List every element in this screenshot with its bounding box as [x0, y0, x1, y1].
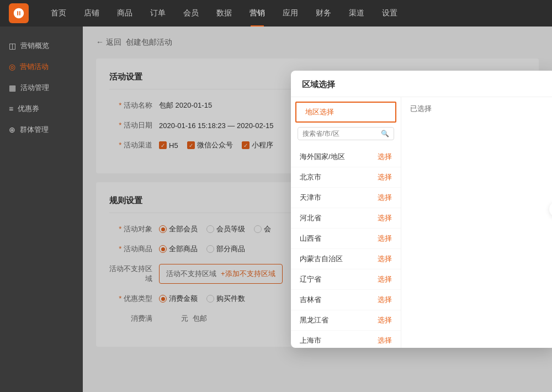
sidebar-label-groups: 群体管理	[20, 125, 49, 135]
region-name: 河北省	[300, 213, 321, 223]
region-list-item: 黑龙江省 选择	[291, 310, 401, 331]
activities-icon: ◎	[9, 62, 15, 71]
nav-products[interactable]: 商品	[108, 0, 141, 27]
nav-marketing[interactable]: 营销	[241, 0, 274, 27]
nav-orders[interactable]: 订单	[141, 0, 174, 27]
nav-home[interactable]: 首页	[42, 0, 75, 27]
selected-label: 已选择	[410, 104, 547, 114]
sidebar-item-activities[interactable]: ◎ 营销活动	[0, 56, 83, 77]
region-tab-select[interactable]: 地区选择	[295, 102, 396, 123]
region-left-panel: 地区选择 🔍 海外国家/地区 选择 北京市 选择 天津市 选择 河北省 选择 山…	[291, 97, 401, 348]
region-select-button[interactable]: 选择	[378, 172, 392, 182]
sidebar-item-overview[interactable]: ◫ 营销概览	[0, 35, 83, 56]
main-content: ← 返回 创建包邮活动 活动设置 活动名称 包邮 2020-01-15 活动日期…	[83, 27, 552, 392]
region-name: 山西省	[300, 234, 321, 243]
region-right-panel: 已选择	[401, 97, 552, 348]
region-name: 上海市	[300, 336, 321, 343]
region-list-item: 北京市 选择	[291, 167, 401, 188]
region-list-item: 山西省 选择	[291, 229, 401, 249]
region-select-button[interactable]: 选择	[378, 274, 392, 284]
sidebar-label-manage: 活动管理	[20, 83, 49, 93]
region-popup-title: 区域选择	[291, 71, 552, 97]
sidebar: ◫ 营销概览 ◎ 营销活动 ▦ 活动管理 ≡ 优惠券 ⊕ 群体管理	[0, 27, 83, 392]
region-select-button[interactable]: 选择	[378, 315, 392, 325]
search-icon: 🔍	[381, 130, 389, 137]
nav-apps[interactable]: 应用	[274, 0, 307, 27]
sidebar-item-manage[interactable]: ▦ 活动管理	[0, 77, 83, 98]
nav-settings[interactable]: 设置	[373, 0, 406, 27]
nav-finance[interactable]: 财务	[307, 0, 340, 27]
coupons-icon: ≡	[9, 104, 13, 113]
nav-data[interactable]: 数据	[208, 0, 241, 27]
manage-icon: ▦	[9, 83, 16, 92]
nav-members[interactable]: 会员	[174, 0, 208, 27]
region-list-item: 天津市 选择	[291, 188, 401, 208]
region-list-item: 内蒙古自治区 选择	[291, 249, 401, 269]
region-select-button[interactable]: 选择	[378, 254, 392, 264]
sidebar-item-groups[interactable]: ⊕ 群体管理	[0, 119, 83, 140]
region-name: 吉林省	[300, 295, 321, 305]
top-navigation: 首页 店铺 商品 订单 会员 数据 营销 应用 财务 渠道 设置	[0, 0, 552, 27]
region-select-button[interactable]: 选择	[378, 336, 392, 343]
groups-icon: ⊕	[9, 125, 15, 134]
region-name: 内蒙古自治区	[300, 254, 343, 264]
region-search-row: 🔍	[298, 127, 394, 140]
region-select-button[interactable]: 选择	[378, 234, 392, 243]
sidebar-item-coupons[interactable]: ≡ 优惠券	[0, 98, 83, 119]
region-list-item: 辽宁省 选择	[291, 269, 401, 290]
region-name: 辽宁省	[300, 274, 321, 284]
region-list-item: 上海市 选择	[291, 331, 401, 343]
sidebar-label-overview: 营销概览	[20, 41, 49, 51]
nav-store[interactable]: 店铺	[75, 0, 108, 27]
region-list-item: 吉林省 选择	[291, 290, 401, 310]
region-search-input[interactable]	[302, 130, 379, 137]
overview-icon: ◫	[9, 41, 16, 50]
sidebar-label-coupons: 优惠券	[18, 104, 39, 114]
region-select-button[interactable]: 选择	[378, 295, 392, 305]
region-name: 海外国家/地区	[300, 152, 345, 162]
region-popup: 区域选择 地区选择 🔍 海外国家/地区 选择 北京市 选择 天津市 选择 河北省	[291, 71, 552, 348]
region-popup-body: 地区选择 🔍 海外国家/地区 选择 北京市 选择 天津市 选择 河北省 选择 山…	[291, 97, 552, 348]
nav-items: 首页 店铺 商品 订单 会员 数据 营销 应用 财务 渠道 设置	[42, 0, 406, 27]
region-select-button[interactable]: 选择	[378, 152, 392, 162]
region-list-item: 河北省 选择	[291, 208, 401, 229]
region-list-item: 海外国家/地区 选择	[291, 147, 401, 167]
region-name: 北京市	[300, 172, 321, 182]
nav-channel[interactable]: 渠道	[340, 0, 373, 27]
region-list: 海外国家/地区 选择 北京市 选择 天津市 选择 河北省 选择 山西省 选择 内…	[291, 145, 401, 343]
region-name: 黑龙江省	[300, 315, 328, 325]
app-logo	[9, 3, 29, 23]
region-select-button[interactable]: 选择	[378, 213, 392, 223]
region-name: 天津市	[300, 193, 321, 203]
region-select-button[interactable]: 选择	[378, 193, 392, 203]
sidebar-label-activities: 营销活动	[20, 62, 49, 72]
